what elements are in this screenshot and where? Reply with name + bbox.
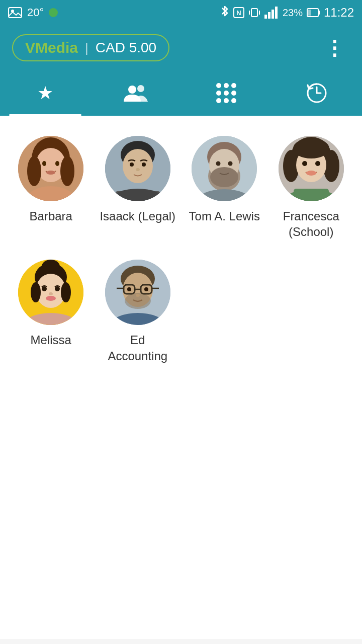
svg-text:N: N [236, 9, 241, 17]
contact-isaack[interactable]: Isaack (Legal) [97, 131, 179, 245]
svg-point-25 [46, 171, 55, 175]
svg-point-23 [42, 161, 46, 166]
contact-name-isaack: Isaack (Legal) [100, 208, 175, 224]
svg-point-15 [137, 85, 144, 92]
content-area: Barbara [0, 116, 362, 639]
avatar-francesca [279, 136, 344, 201]
svg-point-74 [144, 287, 148, 291]
svg-rect-8 [268, 12, 270, 19]
svg-point-73 [127, 287, 131, 291]
contacts-grid: Barbara [10, 131, 352, 369]
brand-badge[interactable]: VMedia | CAD 5.00 [12, 34, 169, 61]
more-menu-button[interactable]: ⋮ [319, 31, 350, 64]
status-bar: 20° N 23% 1 [0, 0, 362, 25]
svg-point-20 [27, 156, 41, 186]
svg-point-60 [55, 286, 60, 291]
svg-point-75 [136, 294, 140, 297]
svg-point-47 [293, 138, 329, 158]
svg-point-31 [130, 163, 134, 167]
svg-rect-13 [308, 10, 311, 16]
svg-point-58 [61, 282, 71, 302]
svg-point-28 [123, 149, 153, 183]
temperature: 20° [27, 6, 44, 19]
svg-point-39 [216, 162, 221, 166]
time: 11:22 [324, 6, 354, 20]
svg-point-14 [128, 86, 136, 94]
bluetooth-icon [220, 6, 229, 19]
svg-point-50 [306, 171, 316, 176]
svg-rect-4 [251, 9, 257, 17]
contact-name-ed: Ed Accounting [100, 332, 176, 363]
tab-bar: ★ [0, 70, 362, 116]
avatar-melissa [18, 260, 83, 325]
avatar-barbara [18, 136, 83, 201]
svg-point-24 [55, 161, 59, 166]
tab-history[interactable] [272, 70, 362, 116]
svg-rect-9 [272, 10, 274, 19]
svg-point-49 [315, 161, 320, 166]
svg-point-55 [42, 260, 60, 274]
brand-name: VMedia [25, 39, 78, 56]
battery-icon [307, 8, 320, 18]
avatar-ed [105, 260, 170, 325]
brand-divider: | [85, 40, 88, 56]
svg-point-33 [136, 168, 140, 171]
contact-name-francesca: Francesca (School) [273, 208, 350, 239]
people-icon [124, 84, 148, 103]
tab-contacts[interactable] [90, 70, 181, 116]
contact-francesca[interactable]: Francesca (School) [270, 131, 352, 245]
contact-name-melissa: Melissa [31, 332, 71, 348]
history-icon [306, 82, 328, 104]
svg-rect-10 [275, 7, 278, 19]
contact-name-tom: Tom A. Lewis [189, 208, 260, 224]
status-right: N 23% 11:22 [220, 6, 354, 20]
contact-name-barbara: Barbara [30, 208, 72, 224]
svg-rect-7 [264, 15, 267, 19]
star-icon: ★ [37, 83, 53, 104]
svg-point-38 [210, 167, 238, 187]
nfc-icon: N [233, 7, 244, 18]
svg-rect-12 [318, 11, 320, 15]
vibrate-icon [248, 7, 260, 19]
active-indicator [49, 8, 58, 17]
tab-dialpad[interactable] [181, 70, 272, 116]
contact-tom[interactable]: Tom A. Lewis [184, 131, 265, 245]
header-bar: VMedia | CAD 5.00 ⋮ [0, 25, 362, 70]
svg-point-48 [302, 161, 307, 166]
contact-barbara[interactable]: Barbara [10, 131, 92, 245]
contact-melissa[interactable]: Melissa [10, 255, 92, 368]
svg-point-57 [31, 282, 41, 302]
svg-point-21 [60, 156, 74, 186]
status-left: 20° [8, 6, 58, 19]
dialpad-icon [216, 83, 236, 103]
avatar-isaack [105, 136, 170, 201]
tab-favorites[interactable]: ★ [0, 70, 90, 116]
svg-point-61 [49, 292, 53, 295]
image-icon [8, 7, 22, 18]
brand-balance: CAD 5.00 [96, 40, 156, 56]
svg-point-40 [228, 162, 233, 166]
battery-level: 23% [283, 7, 303, 19]
svg-point-62 [46, 296, 56, 301]
svg-point-32 [142, 163, 146, 167]
contact-ed[interactable]: Ed Accounting [97, 255, 179, 368]
svg-point-59 [42, 286, 47, 291]
avatar-tom [192, 136, 257, 201]
signal-icon [264, 7, 279, 19]
svg-rect-0 [9, 8, 22, 18]
